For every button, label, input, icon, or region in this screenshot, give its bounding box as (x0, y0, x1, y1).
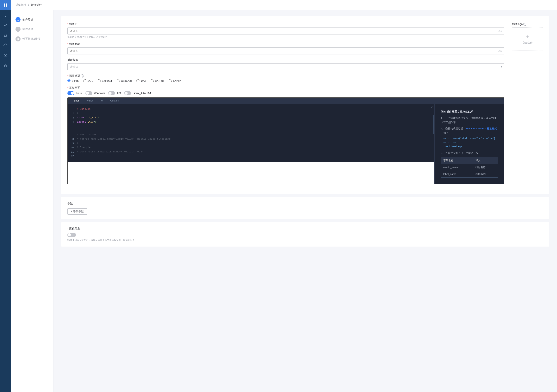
step-1-label: 插件定义 (23, 18, 33, 21)
prometheus-link[interactable]: Prometheus Metrics 标准格式 (464, 127, 497, 130)
radio-jmx[interactable]: JMX (136, 79, 146, 82)
radio-script[interactable]: Script (67, 79, 79, 82)
plugin-name-input-wrapper: 0/50 (67, 48, 504, 54)
plugin-type-help-icon[interactable]: ? (81, 74, 84, 77)
aarch64-label: Linux_AArch64 (133, 92, 151, 95)
collection-config-label: * 采集配置 (67, 86, 504, 90)
breadcrumb-current: 新增插件 (31, 3, 42, 7)
radio-snmp[interactable]: SNMP (169, 79, 181, 82)
svg-rect-3 (6, 5, 7, 7)
panel-item-3: 3、 字段定义如下（一个指标一行）： (441, 151, 498, 155)
editor-with-panel: ⤢ 1 2 3 4 (68, 104, 504, 184)
step-3[interactable]: 3 设置指标&维度 (11, 34, 53, 44)
svg-point-7 (4, 34, 7, 35)
aix-toggle-knob (108, 92, 112, 95)
os-tabs: Linux Windows (67, 91, 504, 95)
windows-toggle-knob (86, 92, 89, 95)
windows-label: Windows (94, 92, 105, 95)
cloud-icon[interactable] (0, 40, 11, 50)
table-header-desc: 释义 (473, 157, 498, 164)
panel-title: 脚本插件配置文件格式说明 (441, 110, 498, 114)
label-name-cell: label_name (441, 171, 473, 177)
linux-toggle-knob (71, 92, 74, 95)
lock-icon[interactable] (0, 60, 11, 71)
plugin-icon[interactable] (0, 50, 11, 60)
plugin-name-label: * 插件名称 (67, 42, 504, 46)
plugin-definition-section: * 插件ID 0/30 仅支持字母,数字和下划线，以字母开头 (61, 16, 549, 194)
params-title: 参数 (67, 202, 543, 205)
plugin-type-label: * 插件类型 ? (67, 74, 504, 78)
step-3-circle: 3 (16, 36, 21, 41)
tab-shell[interactable]: Shell (71, 98, 82, 104)
tab-python[interactable]: Python (82, 98, 97, 104)
svg-rect-2 (4, 5, 5, 7)
svg-rect-8 (4, 56, 7, 57)
table-row-metric: metric_name 指标名称 (441, 164, 498, 171)
step-2[interactable]: 2 插件调试 (11, 24, 53, 34)
svg-rect-4 (4, 14, 7, 16)
remote-collect-toggle-row (67, 233, 543, 237)
metric-desc-cell: 指标名称 (473, 164, 498, 171)
script-tabs: Shell Python Perl Custom (68, 98, 504, 104)
step-2-label: 插件调试 (23, 27, 33, 31)
plugin-type-group: * 插件类型 ? Script (67, 74, 504, 82)
code-editor-area: ⤢ 1 2 3 4 (68, 104, 434, 184)
plugin-name-count: 0/50 (498, 49, 502, 52)
logo-upload-area[interactable]: + 点击上传 (512, 27, 543, 51)
logo-upload-text: 点击上传 (523, 41, 532, 44)
plugin-logo-section: 插件logo ? + 点击上传 (504, 23, 543, 51)
breadcrumb-parent[interactable]: 采集插件 (16, 3, 26, 7)
svg-rect-9 (4, 65, 6, 67)
table-header-name: 字段名称 (441, 157, 473, 164)
os-aarch64-toggle[interactable]: Linux_AArch64 (124, 91, 151, 95)
database-icon[interactable] (0, 30, 11, 40)
chart-icon[interactable] (0, 20, 11, 30)
panel-code-block: metric_name{label_name="lable_value"} me… (443, 137, 498, 148)
step-2-circle: 2 (16, 27, 21, 32)
scrollbar[interactable] (433, 115, 434, 134)
form-area: * 插件ID 0/30 仅支持字母,数字和下划线，以字母开头 (53, 10, 557, 392)
windows-toggle-switch[interactable] (85, 91, 92, 95)
aarch64-toggle-knob (124, 92, 128, 95)
radio-exporter[interactable]: Exporter (98, 79, 112, 82)
radio-bkpull[interactable]: BK-Pull (151, 79, 164, 82)
radio-sql[interactable]: SQL (83, 79, 93, 82)
step-3-label: 设置指标&维度 (23, 37, 41, 41)
code-editor[interactable]: 1 2 3 4 7 8 (68, 104, 434, 162)
remote-collect-toggle[interactable] (67, 233, 76, 237)
logo-help-icon[interactable]: ? (523, 23, 526, 26)
remote-collect-label: * 远程采集 (67, 227, 543, 230)
tab-perl[interactable]: Perl (97, 98, 107, 104)
plugin-id-group: * 插件ID 0/30 仅支持字母,数字和下划线，以字母开头 (67, 23, 504, 39)
line-numbers: 1 2 3 4 7 8 (68, 104, 75, 162)
object-model-select-wrapper: 请选择 ▾ (67, 63, 504, 70)
aix-label: AIX (117, 92, 121, 95)
aix-toggle-switch[interactable] (108, 91, 115, 95)
expand-icon[interactable]: ⤢ (431, 106, 433, 109)
right-info-panel: 脚本插件配置文件格式说明 1、 一个操作系统仅支持一种脚本语言，以选中的语言类型… (434, 104, 504, 184)
steps-sidebar: 1 插件定义 2 插件调试 3 设置指标&维度 (11, 10, 53, 392)
aarch64-toggle-switch[interactable] (124, 91, 131, 95)
svg-rect-1 (6, 3, 7, 5)
plugin-name-input[interactable] (67, 48, 504, 54)
table-row-label: label_name 维度名称 (441, 171, 498, 177)
object-model-select[interactable]: 请选择 (67, 63, 504, 70)
os-linux-toggle[interactable]: Linux (67, 91, 82, 95)
object-model-group: 对象模型 请选择 ▾ (67, 58, 504, 70)
linux-toggle-switch[interactable] (67, 91, 74, 95)
plugin-id-input[interactable] (67, 27, 504, 34)
os-windows-toggle[interactable]: Windows (85, 91, 105, 95)
radio-datadog[interactable]: DataDog (117, 79, 132, 82)
plugin-id-count: 0/30 (498, 30, 502, 32)
step-1-circle: 1 (16, 17, 21, 22)
add-param-button[interactable]: + 添加参数 (67, 208, 87, 215)
home-icon[interactable] (0, 0, 11, 10)
plugin-name-group: * 插件名称 0/50 (67, 42, 504, 54)
os-aix-toggle[interactable]: AIX (108, 91, 121, 95)
collection-config-group: * 采集配置 Linux (67, 86, 504, 184)
panel-item-2: 2、 数据格式需遵循 Prometheus Metrics 标准格式 ，如下 (441, 126, 498, 135)
breadcrumb-separator: > (28, 3, 29, 7)
monitor-icon[interactable] (0, 10, 11, 20)
step-1[interactable]: 1 插件定义 (11, 15, 53, 24)
tab-custom[interactable]: Custom (107, 98, 122, 104)
